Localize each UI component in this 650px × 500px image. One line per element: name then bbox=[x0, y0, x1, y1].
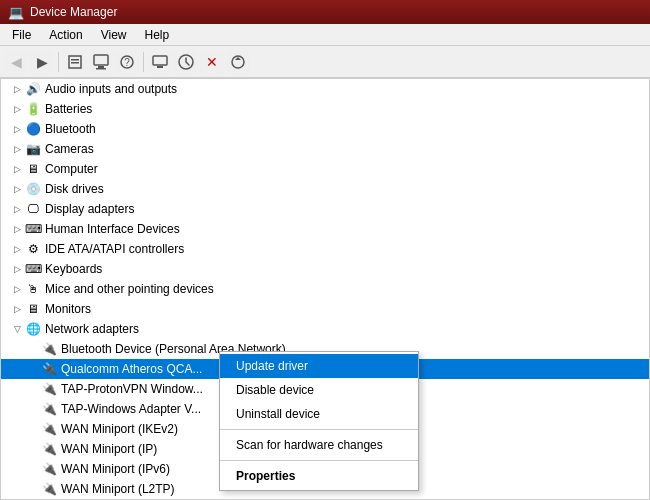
keyboards-label: Keyboards bbox=[45, 262, 102, 276]
keyboards-icon: ⌨ bbox=[25, 261, 41, 277]
expand-network[interactable]: ▽ bbox=[9, 321, 25, 337]
tree-item-monitors[interactable]: ▷ 🖥 Monitors bbox=[1, 299, 649, 319]
tree-item-audio[interactable]: ▷ 🔊 Audio inputs and outputs bbox=[1, 79, 649, 99]
tree-item-keyboards[interactable]: ▷ ⌨ Keyboards bbox=[1, 259, 649, 279]
menu-bar: File Action View Help bbox=[0, 24, 650, 46]
mice-icon: 🖱 bbox=[25, 281, 41, 297]
wan-ipv6-icon: 🔌 bbox=[41, 461, 57, 477]
ctx-disable-device[interactable]: Disable device bbox=[220, 378, 418, 402]
menu-help[interactable]: Help bbox=[137, 26, 178, 44]
svg-rect-2 bbox=[71, 62, 79, 64]
bt-pan-icon: 🔌 bbox=[41, 341, 57, 357]
disk-icon: 💿 bbox=[25, 181, 41, 197]
svg-rect-9 bbox=[157, 66, 163, 68]
tree-item-hid[interactable]: ▷ ⌨ Human Interface Devices bbox=[1, 219, 649, 239]
display-icon: 🖵 bbox=[25, 201, 41, 217]
hid-icon: ⌨ bbox=[25, 221, 41, 237]
menu-view[interactable]: View bbox=[93, 26, 135, 44]
audio-icon: 🔊 bbox=[25, 81, 41, 97]
cameras-label: Cameras bbox=[45, 142, 94, 156]
tap-proton-icon: 🔌 bbox=[41, 381, 57, 397]
ctx-sep-1 bbox=[220, 429, 418, 430]
tree-item-bluetooth[interactable]: ▷ 🔵 Bluetooth bbox=[1, 119, 649, 139]
svg-rect-3 bbox=[94, 55, 108, 65]
ctx-update-driver[interactable]: Update driver bbox=[220, 354, 418, 378]
scan-button[interactable] bbox=[174, 50, 198, 74]
expand-disk[interactable]: ▷ bbox=[9, 181, 25, 197]
svg-text:?: ? bbox=[124, 57, 130, 68]
ide-label: IDE ATA/ATAPI controllers bbox=[45, 242, 184, 256]
svg-rect-4 bbox=[98, 66, 104, 68]
expand-bluetooth[interactable]: ▷ bbox=[9, 121, 25, 137]
tree-item-computer[interactable]: ▷ 🖥 Computer bbox=[1, 159, 649, 179]
monitors-label: Monitors bbox=[45, 302, 91, 316]
update-driver-button[interactable] bbox=[89, 50, 113, 74]
help-button[interactable]: ? bbox=[115, 50, 139, 74]
title-bar-icon: 💻 bbox=[8, 5, 24, 20]
expand-audio[interactable]: ▷ bbox=[9, 81, 25, 97]
svg-rect-5 bbox=[96, 68, 106, 70]
tree-item-batteries[interactable]: ▷ 🔋 Batteries bbox=[1, 99, 649, 119]
ide-icon: ⚙ bbox=[25, 241, 41, 257]
wan-ipv6-label: WAN Miniport (IPv6) bbox=[61, 462, 170, 476]
tap-proton-label: TAP-ProtonVPN Window... bbox=[61, 382, 203, 396]
display-label: Display adapters bbox=[45, 202, 134, 216]
context-menu: Update driver Disable device Uninstall d… bbox=[219, 351, 419, 491]
expand-ide[interactable]: ▷ bbox=[9, 241, 25, 257]
toolbar: ◀ ▶ ? ✕ bbox=[0, 46, 650, 78]
tree-item-cameras[interactable]: ▷ 📷 Cameras bbox=[1, 139, 649, 159]
ctx-scan[interactable]: Scan for hardware changes bbox=[220, 433, 418, 457]
toolbar-sep-2 bbox=[143, 52, 144, 72]
expand-hid[interactable]: ▷ bbox=[9, 221, 25, 237]
tree-item-display[interactable]: ▷ 🖵 Display adapters bbox=[1, 199, 649, 219]
wan-ip-label: WAN Miniport (IP) bbox=[61, 442, 157, 456]
network-icon: 🌐 bbox=[25, 321, 41, 337]
tap-win-icon: 🔌 bbox=[41, 401, 57, 417]
tree-item-network[interactable]: ▽ 🌐 Network adapters bbox=[1, 319, 649, 339]
expand-mice[interactable]: ▷ bbox=[9, 281, 25, 297]
batteries-label: Batteries bbox=[45, 102, 92, 116]
batteries-icon: 🔋 bbox=[25, 101, 41, 117]
menu-action[interactable]: Action bbox=[41, 26, 90, 44]
qualcomm-label: Qualcomm Atheros QCA... bbox=[61, 362, 202, 376]
title-bar-text: Device Manager bbox=[30, 5, 117, 19]
forward-button[interactable]: ▶ bbox=[30, 50, 54, 74]
expand-display[interactable]: ▷ bbox=[9, 201, 25, 217]
bluetooth-label: Bluetooth bbox=[45, 122, 96, 136]
expand-computer[interactable]: ▷ bbox=[9, 161, 25, 177]
mice-label: Mice and other pointing devices bbox=[45, 282, 214, 296]
display-computer-button[interactable] bbox=[148, 50, 172, 74]
main-panel: ▷ 🔊 Audio inputs and outputs ▷ 🔋 Batteri… bbox=[0, 78, 650, 500]
menu-file[interactable]: File bbox=[4, 26, 39, 44]
hid-label: Human Interface Devices bbox=[45, 222, 180, 236]
svg-rect-1 bbox=[71, 59, 79, 61]
remove-button[interactable]: ✕ bbox=[200, 50, 224, 74]
svg-rect-8 bbox=[153, 56, 167, 65]
wan-l2tp-label: WAN Miniport (L2TP) bbox=[61, 482, 175, 496]
ctx-properties[interactable]: Properties bbox=[220, 464, 418, 488]
properties-button[interactable] bbox=[63, 50, 87, 74]
audio-label: Audio inputs and outputs bbox=[45, 82, 177, 96]
tap-win-label: TAP-Windows Adapter V... bbox=[61, 402, 201, 416]
expand-cameras[interactable]: ▷ bbox=[9, 141, 25, 157]
bluetooth-icon: 🔵 bbox=[25, 121, 41, 137]
back-button[interactable]: ◀ bbox=[4, 50, 28, 74]
ctx-sep-2 bbox=[220, 460, 418, 461]
network-label: Network adapters bbox=[45, 322, 139, 336]
wan-ikev2-label: WAN Miniport (IKEv2) bbox=[61, 422, 178, 436]
tree-item-disk[interactable]: ▷ 💿 Disk drives bbox=[1, 179, 649, 199]
expand-keyboards[interactable]: ▷ bbox=[9, 261, 25, 277]
cameras-icon: 📷 bbox=[25, 141, 41, 157]
computer-label: Computer bbox=[45, 162, 98, 176]
refresh-button[interactable] bbox=[226, 50, 250, 74]
wan-ip-icon: 🔌 bbox=[41, 441, 57, 457]
wan-l2tp-icon: 🔌 bbox=[41, 481, 57, 497]
tree-item-ide[interactable]: ▷ ⚙ IDE ATA/ATAPI controllers bbox=[1, 239, 649, 259]
tree-item-mice[interactable]: ▷ 🖱 Mice and other pointing devices bbox=[1, 279, 649, 299]
expand-monitors[interactable]: ▷ bbox=[9, 301, 25, 317]
ctx-uninstall-device[interactable]: Uninstall device bbox=[220, 402, 418, 426]
expand-batteries[interactable]: ▷ bbox=[9, 101, 25, 117]
computer-icon: 🖥 bbox=[25, 161, 41, 177]
title-bar: 💻 Device Manager bbox=[0, 0, 650, 24]
toolbar-sep-1 bbox=[58, 52, 59, 72]
